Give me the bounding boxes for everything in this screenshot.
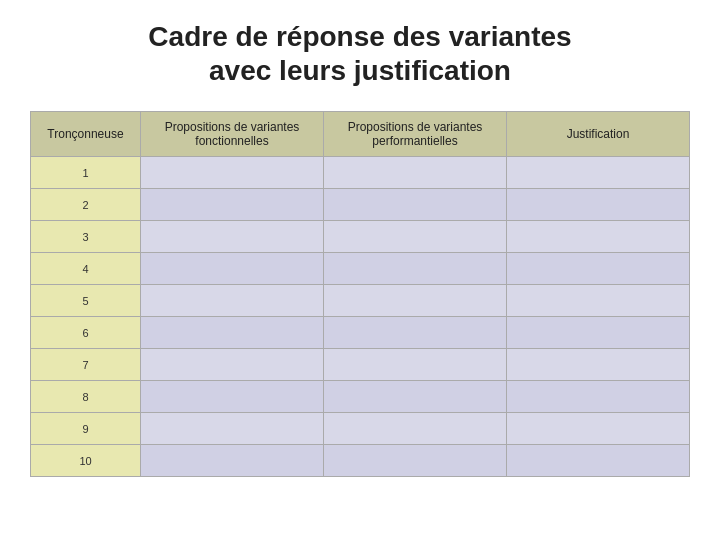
fonctionnelles-cell <box>141 157 324 189</box>
fonctionnelles-cell <box>141 413 324 445</box>
row-number-cell: 8 <box>31 381 141 413</box>
main-table: Tronçonneuse Propositions de variantes f… <box>30 111 690 477</box>
table-row: 6 <box>31 317 690 349</box>
justification-cell <box>507 381 690 413</box>
table-row: 9 <box>31 413 690 445</box>
fonctionnelles-cell <box>141 317 324 349</box>
page-title: Cadre de réponse des variantes avec leur… <box>148 20 571 87</box>
performantielles-cell <box>324 381 507 413</box>
table-row: 4 <box>31 253 690 285</box>
row-number-cell: 5 <box>31 285 141 317</box>
table-header-row: Tronçonneuse Propositions de variantes f… <box>31 112 690 157</box>
row-number-cell: 9 <box>31 413 141 445</box>
performantielles-cell <box>324 285 507 317</box>
fonctionnelles-cell <box>141 221 324 253</box>
justification-cell <box>507 253 690 285</box>
performantielles-cell <box>324 221 507 253</box>
performantielles-cell <box>324 253 507 285</box>
table-row: 7 <box>31 349 690 381</box>
justification-cell <box>507 317 690 349</box>
col-header-tronconneuse: Tronçonneuse <box>31 112 141 157</box>
fonctionnelles-cell <box>141 285 324 317</box>
col-header-justification: Justification <box>507 112 690 157</box>
page-container: Cadre de réponse des variantes avec leur… <box>0 0 720 540</box>
col-header-fonctionnelles: Propositions de variantes fonctionnelles <box>141 112 324 157</box>
fonctionnelles-cell <box>141 189 324 221</box>
row-number-cell: 2 <box>31 189 141 221</box>
performantielles-cell <box>324 189 507 221</box>
table-row: 3 <box>31 221 690 253</box>
fonctionnelles-cell <box>141 445 324 477</box>
performantielles-cell <box>324 349 507 381</box>
justification-cell <box>507 445 690 477</box>
table-row: 10 <box>31 445 690 477</box>
performantielles-cell <box>324 413 507 445</box>
row-number-cell: 10 <box>31 445 141 477</box>
performantielles-cell <box>324 157 507 189</box>
justification-cell <box>507 349 690 381</box>
justification-cell <box>507 285 690 317</box>
table-row: 2 <box>31 189 690 221</box>
row-number-cell: 6 <box>31 317 141 349</box>
row-number-cell: 1 <box>31 157 141 189</box>
table-wrapper: Tronçonneuse Propositions de variantes f… <box>30 111 690 477</box>
performantielles-cell <box>324 445 507 477</box>
justification-cell <box>507 157 690 189</box>
fonctionnelles-cell <box>141 253 324 285</box>
col-header-performantielles: Propositions de variantes performantiell… <box>324 112 507 157</box>
justification-cell <box>507 413 690 445</box>
performantielles-cell <box>324 317 507 349</box>
table-row: 1 <box>31 157 690 189</box>
table-row: 5 <box>31 285 690 317</box>
justification-cell <box>507 221 690 253</box>
row-number-cell: 7 <box>31 349 141 381</box>
row-number-cell: 3 <box>31 221 141 253</box>
fonctionnelles-cell <box>141 349 324 381</box>
justification-cell <box>507 189 690 221</box>
table-row: 8 <box>31 381 690 413</box>
fonctionnelles-cell <box>141 381 324 413</box>
row-number-cell: 4 <box>31 253 141 285</box>
